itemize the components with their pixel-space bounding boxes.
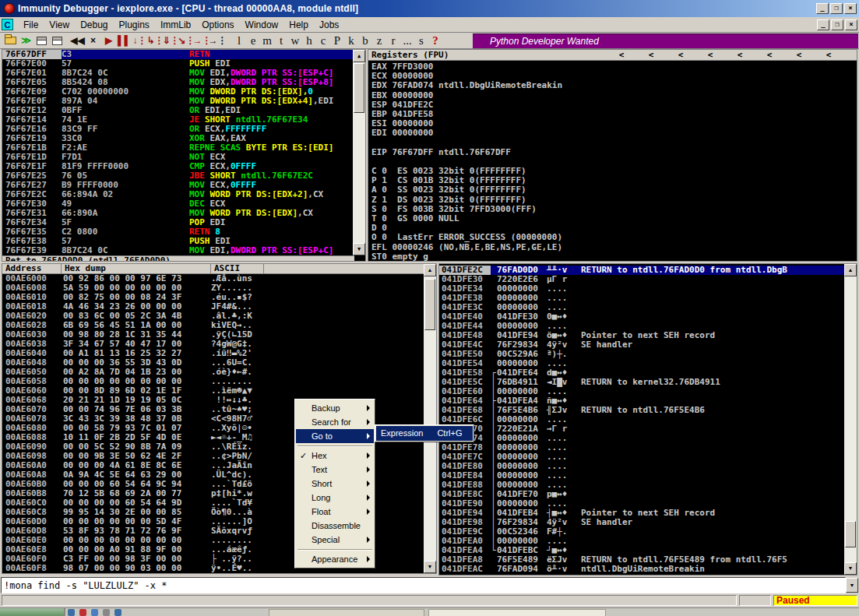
- title-bar[interactable]: Immunity Debugger - iexplore.exe - [CPU …: [0, 0, 859, 17]
- stack-row[interactable]: 041DFE68│76F5E4B6╢ΣJvRETURN to ntdll.76F…: [439, 406, 846, 415]
- scrollbar-thumb[interactable]: [424, 279, 435, 330]
- disasm-row[interactable]: 76F67E1683C9 FFOR ECX,FFFFFFFF: [2, 125, 365, 134]
- stack-row[interactable]: 041DFEA876F5E489ëΣJvRETURN to ntdll.76F5…: [439, 555, 846, 565]
- command-input[interactable]: [1, 577, 846, 593]
- step-into-icon[interactable]: ↓⋮: [132, 34, 147, 48]
- menu-item-disassemble[interactable]: Disassemble: [296, 519, 374, 533]
- disasm-row[interactable]: 76F67DFFC3RETN: [2, 50, 365, 59]
- stack-row[interactable]: 041DFE4400000000....: [439, 322, 846, 331]
- menu-item-text[interactable]: Text: [296, 463, 374, 477]
- disasm-row[interactable]: 76F67E398B7C24 0CMOV EDI,DWORD PTR SS:[E…: [2, 246, 365, 255]
- quicklaunch-icon[interactable]: [79, 609, 86, 616]
- windows-list-icon[interactable]: [34, 34, 49, 48]
- stack-row[interactable]: 041DFE2C76FAD0D0╨╨·vRETURN to ntdll.76FA…: [439, 266, 846, 275]
- menu-item-special[interactable]: Special: [296, 533, 374, 547]
- toolbar-letter-r[interactable]: r: [386, 34, 400, 48]
- taskbar-task-button[interactable]: [269, 609, 424, 616]
- taskbar-task-button[interactable]: [428, 609, 606, 616]
- child-minimize-button[interactable]: _: [817, 19, 829, 30]
- menu-item-float[interactable]: Float: [296, 505, 374, 519]
- stack-row[interactable]: 041DFE8C│041DFE70p■↔♦: [439, 490, 846, 499]
- minimize-button[interactable]: _: [816, 3, 829, 14]
- disasm-row[interactable]: 76F67E3166:890AMOV WORD PTR DS:[EDX],CX: [2, 209, 365, 218]
- register-line[interactable]: Z 1 DS 0023 32bit 0(FFFFFFFF): [371, 195, 857, 205]
- toolbar-letter-m[interactable]: m: [260, 34, 274, 48]
- toolbar-letter-s[interactable]: s: [414, 34, 428, 48]
- menu-item-appearance[interactable]: Appearance: [296, 552, 374, 566]
- trace-over-icon[interactable]: ↘⋮: [179, 34, 194, 48]
- register-line[interactable]: EBP 041DFE58: [371, 110, 857, 119]
- registers-collapse-icon[interactable]: <: [764, 50, 775, 60]
- toolbar-letter-t[interactable]: t: [274, 34, 288, 48]
- disasm-row[interactable]: 76F67E2576 05JBE SHORT ntdll.76F67E2C: [2, 171, 365, 181]
- stack-row[interactable]: 041DFE74│00000000....: [439, 434, 846, 443]
- stack-row[interactable]: 041DFE98│76F298344ÿ²vSE handler: [439, 518, 846, 527]
- registers-collapse-icon[interactable]: <: [646, 50, 657, 60]
- menu-item-backup[interactable]: Backup: [296, 401, 374, 415]
- quicklaunch-icon[interactable]: [68, 609, 75, 616]
- stack-row[interactable]: 041DFEAC76FAD094ö╨·vntdll.DbgUiRemoteBre…: [439, 565, 846, 574]
- quicklaunch-icon[interactable]: [103, 609, 110, 616]
- help-button[interactable]: ?: [428, 34, 442, 48]
- disasm-row[interactable]: 76F67E35C2 0800RETN 8: [2, 227, 365, 237]
- menu-item-hex[interactable]: Hex✓: [296, 449, 374, 463]
- step-back-icon[interactable]: ◀◀: [70, 34, 85, 48]
- stack-row[interactable]: 041DFE88│00000000....: [439, 480, 846, 490]
- registers-collapse-icon[interactable]: <: [823, 50, 834, 60]
- disasm-row[interactable]: 76F67E120BFFOR EDI,EDI: [2, 106, 365, 115]
- stack-row[interactable]: 041DFE60│00000000....: [439, 387, 846, 396]
- cpu-window-icon[interactable]: C: [2, 19, 13, 30]
- register-line[interactable]: ST0 empty g: [371, 252, 857, 262]
- stack-row[interactable]: 041DFE94│041DFEB4┤■↔♦Pointer to next SEH…: [439, 509, 846, 518]
- quicklaunch-icon[interactable]: [114, 609, 121, 616]
- menu-options[interactable]: Options: [196, 18, 239, 32]
- stack-row[interactable]: 041DFE5C│76DB4911◄I█vRETURN to kernel32.…: [439, 378, 846, 387]
- menu-immlib[interactable]: ImmLib: [155, 18, 196, 32]
- scroll-up-icon[interactable]: ▲: [844, 264, 857, 276]
- stack-row[interactable]: 041DFE7C│00000000....: [439, 452, 846, 462]
- registers-collapse-icon[interactable]: <: [794, 50, 804, 60]
- stack-row[interactable]: 041DFE58┌041DFE64d■↔♦: [439, 368, 846, 378]
- stack-row[interactable]: 041DFEA4└041DFEBC┘■↔♦: [439, 546, 846, 555]
- disasm-scrollbar[interactable]: ▲ ▼: [353, 50, 365, 255]
- menu-item-search-for[interactable]: Search for: [296, 415, 374, 429]
- stack-row[interactable]: 041DFE5000C529A6ª)┼.: [439, 350, 846, 359]
- command-dropdown-icon[interactable]: ▼: [846, 578, 858, 593]
- disasm-row[interactable]: 76F67E1474 1EJE SHORT ntdll.76F67E34: [2, 115, 365, 125]
- stack-row[interactable]: 041DFE3C00000000....: [439, 303, 846, 312]
- menu-debug[interactable]: Debug: [75, 18, 113, 32]
- menu-plugins[interactable]: Plugins: [114, 18, 155, 32]
- stack-row[interactable]: 041DFE70│7220E21A→Γ r: [439, 424, 846, 434]
- disasm-row[interactable]: 76F67E345FPOP EDI: [2, 218, 365, 227]
- stack-row[interactable]: 041DFE80│00000000....: [439, 462, 846, 471]
- menu-item-short[interactable]: Short: [296, 477, 374, 491]
- stack-scrollbar[interactable]: ▲ ▼: [844, 264, 857, 575]
- register-line[interactable]: EAX 7FFD3000: [371, 62, 857, 72]
- stack-row[interactable]: 041DFE5400000000....: [439, 359, 846, 368]
- registers-collapse-icon[interactable]: <: [675, 50, 686, 60]
- run-icon[interactable]: ▶: [101, 34, 116, 48]
- run-to-return-icon[interactable]: →⋮: [195, 34, 209, 48]
- toolbar-letter-b[interactable]: b: [358, 34, 372, 48]
- stack-row[interactable]: 041DFE48041DFE94ö■↔♦Pointer to next SEH …: [439, 331, 846, 340]
- disasm-row[interactable]: 76F67E1DF7D1NOT ECX: [2, 153, 365, 162]
- register-line[interactable]: EDX 76FAD074 ntdll.DbgUiRemoteBreakin: [371, 81, 857, 90]
- register-line[interactable]: O 0 LastErr ERROR_SUCCESS (00000000): [371, 233, 857, 242]
- register-line[interactable]: ESI 00000000: [371, 119, 857, 128]
- menu-window[interactable]: Window: [240, 18, 284, 32]
- open-file-icon[interactable]: [3, 34, 18, 48]
- restore-button[interactable]: ❐: [830, 3, 843, 14]
- child-restore-button[interactable]: ❐: [831, 19, 843, 30]
- run-to-user-icon[interactable]: →⋮: [210, 34, 225, 48]
- menu-jobs[interactable]: Jobs: [314, 18, 344, 32]
- disasm-row[interactable]: 76F67E0F897A 04MOV DWORD PTR DS:[EDX+4],…: [2, 97, 365, 106]
- toolbar-letter-e[interactable]: e: [246, 34, 260, 48]
- scroll-down-icon[interactable]: ▼: [844, 562, 857, 575]
- toolbar-letter-z[interactable]: z: [372, 34, 386, 48]
- register-line[interactable]: A 0 SS 0023 32bit 0(FFFFFFFF): [371, 185, 857, 195]
- register-line[interactable]: ESP 041DFE2C: [371, 100, 857, 110]
- close-button[interactable]: ×: [844, 3, 857, 14]
- disasm-row[interactable]: 76F67E1BF2:AEREPNE SCAS BYTE PTR ES:[EDI…: [2, 143, 365, 153]
- quicklaunch-icon[interactable]: [91, 609, 98, 616]
- stack-row[interactable]: 041DFE4C76F298344ÿ²vSE handler: [439, 340, 846, 350]
